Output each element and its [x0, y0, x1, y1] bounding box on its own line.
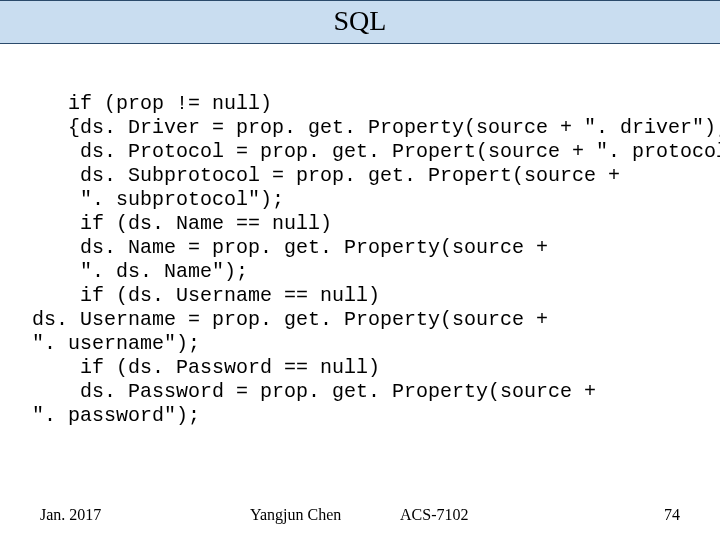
footer-course: ACS-7102 — [400, 506, 468, 524]
slide-title: SQL — [334, 5, 387, 36]
code-block: if (prop != null) {ds. Driver = prop. ge… — [32, 92, 688, 428]
footer-author: Yangjun Chen — [250, 506, 341, 524]
slide: SQL if (prop != null) {ds. Driver = prop… — [0, 0, 720, 540]
footer-date: Jan. 2017 — [40, 506, 101, 524]
title-bar: SQL — [0, 0, 720, 44]
footer-page-number: 74 — [664, 506, 680, 524]
